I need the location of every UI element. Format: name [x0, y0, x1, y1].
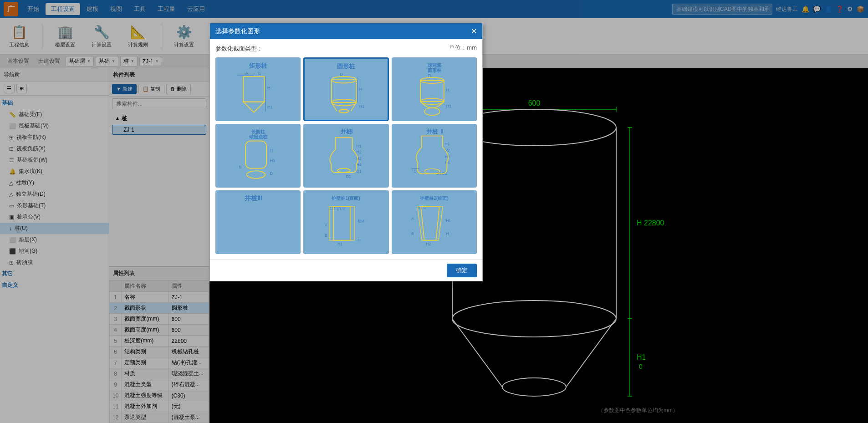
svg-text:B: B — [258, 71, 261, 76]
svg-text:H1: H1 — [359, 104, 365, 109]
shape-long-oval-pile[interactable]: 长圆柱 球冠底桩 H H1 b D — [215, 124, 301, 188]
well-pile-1-svg: 井桩 Ⅰ H1 H2 H3 H4 D1 D2 — [308, 128, 384, 183]
svg-rect-4 — [243, 76, 264, 102]
svg-text:D2: D2 — [346, 174, 351, 179]
svg-point-38 — [247, 171, 266, 178]
svg-text:H: H — [359, 87, 363, 92]
svg-text:B: B — [411, 231, 414, 236]
svg-text:圆形桩: 圆形桩 — [427, 68, 441, 73]
shape-circle-pile[interactable]: 圆形桩 D H H1 — [303, 57, 388, 121]
svg-rect-68 — [334, 207, 350, 240]
shape-retaining-pile-2[interactable]: 护壁桩2(锥面) D1 D A B H1 H H2 — [392, 190, 477, 254]
svg-text:井桩: 井桩 — [427, 128, 438, 135]
well-pile-2-svg: 井桩 Ⅱ H1 H2 H3 H4 L D1 D2 — [396, 128, 472, 183]
well-pile-3-svg: 井桩ⅡI — [220, 195, 296, 250]
main-area: 导航树 ☰ ⊞ 基础 📏 基础梁(F) ⬜ 筏板基础(M) ⊞ 筏板主筋(R) — [0, 68, 868, 423]
svg-text:H2: H2 — [357, 150, 362, 154]
svg-text:H: H — [267, 86, 271, 90]
dialog-content: 参数化截面类型： 单位：mm 矩形桩 A B — [210, 39, 482, 260]
svg-text:H1: H1 — [270, 158, 276, 163]
retaining-pile-2-svg: 护壁桩2(锥面) D1 D A B H1 H H2 — [396, 195, 472, 250]
svg-text:H2: H2 — [426, 242, 431, 246]
svg-text:H3: H3 — [444, 154, 449, 159]
svg-text:护壁桩2(锥面): 护壁桩2(锥面) — [419, 196, 448, 201]
shape-grid: 矩形桩 A B H H1 — [215, 57, 477, 254]
section-label: 参数化截面类型： — [215, 45, 477, 53]
shape-ball-crown-pile[interactable]: 球冠底 圆形桩 D H H1 — [392, 57, 477, 121]
shape-retaining-pile-1[interactable]: 护壁桩1(直面) 土方 D1 D 桩体 A B H H1 — [303, 190, 388, 254]
svg-text:Ⅰ: Ⅰ — [351, 128, 353, 135]
svg-text:护壁桩1(直面): 护壁桩1(直面) — [332, 196, 360, 201]
svg-text:井桩ⅡI: 井桩ⅡI — [245, 195, 262, 202]
svg-text:D: D — [340, 71, 343, 76]
shape-well-pile-1[interactable]: 井桩 Ⅰ H1 H2 H3 H4 D1 D2 — [303, 124, 388, 188]
unit-label: 单位：mm — [449, 44, 477, 52]
svg-text:球冠底: 球冠底 — [427, 63, 441, 68]
long-oval-pile-svg: 长圆柱 球冠底桩 H H1 b D — [220, 128, 296, 183]
svg-text:H1: H1 — [444, 142, 449, 146]
dialog-title-bar: 选择参数化图形 ✕ — [210, 23, 482, 39]
dialog-overlay: 选择参数化图形 ✕ 参数化截面类型： 单位：mm 矩形桩 A — [0, 0, 868, 423]
svg-text:A: A — [325, 223, 328, 227]
svg-text:圆形桩: 圆形桩 — [337, 63, 355, 70]
svg-line-19 — [332, 102, 337, 111]
svg-text:Ⅱ: Ⅱ — [440, 128, 443, 135]
svg-text:H: H — [270, 148, 273, 153]
svg-point-30 — [424, 108, 439, 116]
svg-text:D1: D1 — [357, 169, 362, 173]
svg-line-20 — [351, 102, 357, 111]
svg-text:井桩: 井桩 — [341, 128, 352, 135]
retaining-pile-1-svg: 护壁桩1(直面) 土方 D1 D 桩体 A B H H1 — [308, 195, 384, 250]
shape-selection-dialog: 选择参数化图形 ✕ 参数化截面类型： 单位：mm 矩形桩 A — [209, 23, 483, 281]
svg-text:H1: H1 — [446, 104, 451, 108]
svg-text:b: b — [239, 165, 241, 169]
svg-marker-9 — [243, 102, 264, 112]
svg-text:长圆柱: 长圆柱 — [251, 129, 266, 134]
shape-rect-pile[interactable]: 矩形桩 A B H H1 — [215, 57, 301, 121]
svg-point-47 — [338, 168, 351, 173]
circle-pile-svg: 圆形桩 D H H1 — [308, 62, 383, 116]
rect-pile-svg: 矩形桩 A B H H1 — [220, 62, 296, 117]
shape-well-pile-2[interactable]: 井桩 Ⅱ H1 H2 H3 H4 L D1 D2 — [392, 124, 477, 188]
shape-well-pile-3[interactable]: 井桩ⅡI — [215, 190, 301, 254]
svg-marker-77 — [421, 207, 439, 240]
svg-text:桩体: 桩体 — [357, 219, 365, 223]
svg-text:B: B — [325, 233, 328, 238]
svg-text:球冠底桩: 球冠底桩 — [249, 134, 268, 139]
svg-text:D1 D2: D1 D2 — [436, 171, 447, 176]
svg-text:矩形桩: 矩形桩 — [249, 62, 267, 69]
svg-text:H1: H1 — [267, 105, 273, 109]
svg-rect-35 — [245, 141, 266, 168]
confirm-button[interactable]: 确定 — [447, 264, 477, 277]
dialog-title-text: 选择参数化图形 — [215, 27, 260, 36]
svg-text:H: H — [446, 88, 449, 92]
svg-rect-66 — [329, 207, 354, 240]
svg-point-21 — [339, 109, 349, 112]
svg-text:H1: H1 — [446, 219, 451, 223]
svg-text:D: D — [428, 74, 431, 79]
svg-text:A: A — [411, 216, 414, 221]
svg-rect-67 — [333, 207, 350, 240]
dialog-footer: 确定 — [210, 260, 482, 281]
svg-text:H1: H1 — [357, 144, 362, 148]
svg-text:D: D — [270, 171, 273, 176]
svg-text:L: L — [414, 169, 416, 173]
svg-text:H: H — [358, 238, 361, 242]
svg-text:A: A — [245, 71, 249, 76]
svg-text:H1: H1 — [338, 242, 343, 246]
svg-text:H: H — [446, 231, 449, 236]
ball-crown-pile-svg: 球冠底 圆形桩 D H H1 — [396, 62, 472, 117]
dialog-close-btn[interactable]: ✕ — [471, 27, 477, 36]
